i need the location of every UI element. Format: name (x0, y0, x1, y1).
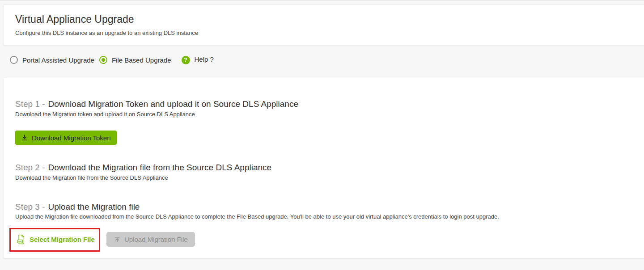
radio-portal-assisted-label: Portal Assisted Upgrade (22, 56, 94, 64)
step2-description: Download the Migration file from the Sou… (15, 174, 168, 181)
radio-file-based-label: File Based Upgrade (112, 56, 171, 64)
step1-heading: Download Migration Token and upload it o… (48, 99, 298, 109)
step1-number: Step 1 - (15, 99, 45, 109)
upload-migration-file-label: Upload Migration File (124, 236, 188, 243)
step3-title: Step 3 -Upload the Migration file (15, 202, 140, 212)
radio-unselected-icon[interactable] (10, 56, 18, 64)
step3-heading: Upload the Migration file (48, 202, 140, 211)
select-migration-file-label: Select Migration File (30, 236, 95, 243)
step2-number: Step 2 - (15, 163, 45, 172)
bin-file-icon: BIN (17, 234, 25, 245)
upgrade-steps-panel: Step 1 -Download Migration Token and upl… (3, 78, 644, 258)
help-label: Help ? (195, 55, 214, 63)
step1-description: Download the Migration token and upload … (15, 111, 195, 118)
radio-selected-icon[interactable] (99, 56, 107, 64)
radio-portal-assisted-upgrade[interactable]: Portal Assisted Upgrade (10, 56, 94, 64)
help-link[interactable]: ? Help ? (182, 56, 214, 64)
download-migration-token-label: Download Migration Token (32, 134, 111, 142)
step2-title: Step 2 -Download the Migration file from… (15, 162, 271, 173)
help-question-icon[interactable]: ? (182, 56, 190, 64)
upload-migration-file-button[interactable]: Upload Migration File (106, 232, 195, 247)
step1-title: Step 1 -Download Migration Token and upl… (15, 99, 298, 109)
page-header: Virtual Appliance Upgrade Configure this… (3, 4, 644, 46)
select-migration-file-button[interactable]: BIN Select Migration File (17, 232, 95, 247)
page-subtitle: Configure this DLS instance as an upgrad… (4, 30, 644, 36)
download-migration-token-button[interactable]: Download Migration Token (15, 131, 117, 145)
step2-heading: Download the Migration file from the Sou… (48, 163, 272, 172)
download-icon (21, 134, 28, 141)
upload-icon (114, 236, 121, 243)
page-title: Virtual Appliance Upgrade (4, 5, 644, 25)
upgrade-mode-selector: Portal Assisted Upgrade File Based Upgra… (10, 55, 214, 65)
step3-number: Step 3 - (15, 202, 45, 211)
bin-badge-text: BIN (18, 240, 22, 243)
radio-file-based-upgrade[interactable]: File Based Upgrade (99, 56, 171, 64)
step3-description: Upload the Migration file downloaded fro… (15, 213, 499, 220)
